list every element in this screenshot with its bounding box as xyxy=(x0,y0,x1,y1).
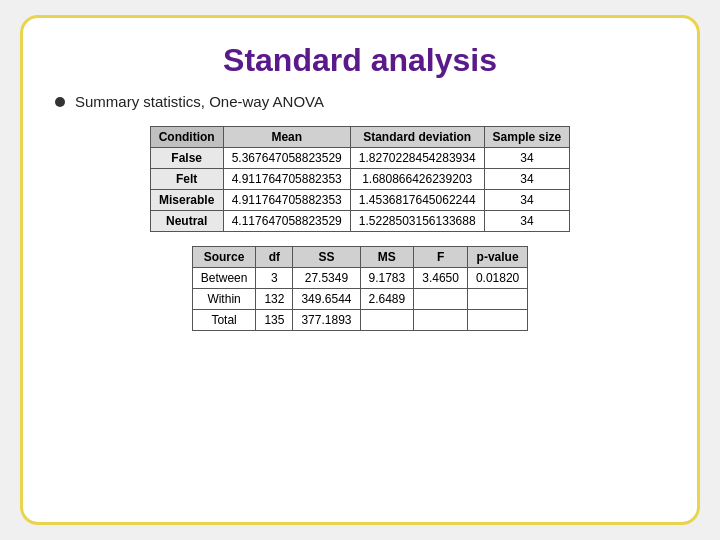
summary-header-row: Condition Mean Standard deviation Sample… xyxy=(150,127,570,148)
table-cell: 0.01820 xyxy=(467,268,527,289)
table-cell xyxy=(467,310,527,331)
summary-table: Condition Mean Standard deviation Sample… xyxy=(150,126,571,232)
anova-col-source: Source xyxy=(192,247,256,268)
table-cell: 1.8270228454283934 xyxy=(350,148,484,169)
table-cell: 3.4650 xyxy=(414,268,468,289)
anova-col-ss: SS xyxy=(293,247,360,268)
table-cell: 5.367647058823529 xyxy=(223,148,350,169)
table-cell xyxy=(360,310,414,331)
tables-container: Condition Mean Standard deviation Sample… xyxy=(55,126,665,331)
anova-col-pvalue: p-value xyxy=(467,247,527,268)
table-cell: 1.4536817645062244 xyxy=(350,190,484,211)
table-cell: 132 xyxy=(256,289,293,310)
table-cell: 4.117647058823529 xyxy=(223,211,350,232)
table-row: False5.3676470588235291.8270228454283934… xyxy=(150,148,570,169)
table-cell: 4.911764705882353 xyxy=(223,169,350,190)
table-cell: Total xyxy=(192,310,256,331)
table-cell: 3 xyxy=(256,268,293,289)
table-cell: Felt xyxy=(150,169,223,190)
table-cell: Miserable xyxy=(150,190,223,211)
summary-col-samplesize: Sample size xyxy=(484,127,570,148)
table-cell: 1.5228503156133688 xyxy=(350,211,484,232)
table-cell: 1.680866426239203 xyxy=(350,169,484,190)
summary-col-mean: Mean xyxy=(223,127,350,148)
table-row: Within132349.65442.6489 xyxy=(192,289,528,310)
slide: Standard analysis Summary statistics, On… xyxy=(20,15,700,525)
table-cell: 135 xyxy=(256,310,293,331)
bullet-icon xyxy=(55,97,65,107)
table-cell: 34 xyxy=(484,211,570,232)
table-cell: 377.1893 xyxy=(293,310,360,331)
table-cell: Within xyxy=(192,289,256,310)
table-cell: 34 xyxy=(484,169,570,190)
table-cell: 2.6489 xyxy=(360,289,414,310)
table-cell xyxy=(467,289,527,310)
table-row: Between327.53499.17833.46500.01820 xyxy=(192,268,528,289)
table-cell: 349.6544 xyxy=(293,289,360,310)
summary-col-condition: Condition xyxy=(150,127,223,148)
anova-col-df: df xyxy=(256,247,293,268)
table-cell: False xyxy=(150,148,223,169)
table-cell: Between xyxy=(192,268,256,289)
table-row: Total135377.1893 xyxy=(192,310,528,331)
table-cell: 4.911764705882353 xyxy=(223,190,350,211)
subtitle-row: Summary statistics, One-way ANOVA xyxy=(55,93,665,110)
subtitle-text: Summary statistics, One-way ANOVA xyxy=(75,93,324,110)
page-title: Standard analysis xyxy=(55,42,665,79)
summary-col-stddev: Standard deviation xyxy=(350,127,484,148)
anova-col-ms: MS xyxy=(360,247,414,268)
table-row: Felt4.9117647058823531.68086642623920334 xyxy=(150,169,570,190)
table-cell xyxy=(414,310,468,331)
table-cell: 27.5349 xyxy=(293,268,360,289)
table-row: Miserable4.9117647058823531.453681764506… xyxy=(150,190,570,211)
table-cell xyxy=(414,289,468,310)
table-cell: 34 xyxy=(484,190,570,211)
anova-table: Source df SS MS F p-value Between327.534… xyxy=(192,246,529,331)
table-cell: 34 xyxy=(484,148,570,169)
anova-col-f: F xyxy=(414,247,468,268)
anova-header-row: Source df SS MS F p-value xyxy=(192,247,528,268)
table-cell: 9.1783 xyxy=(360,268,414,289)
table-cell: Neutral xyxy=(150,211,223,232)
table-row: Neutral4.1176470588235291.52285031561336… xyxy=(150,211,570,232)
